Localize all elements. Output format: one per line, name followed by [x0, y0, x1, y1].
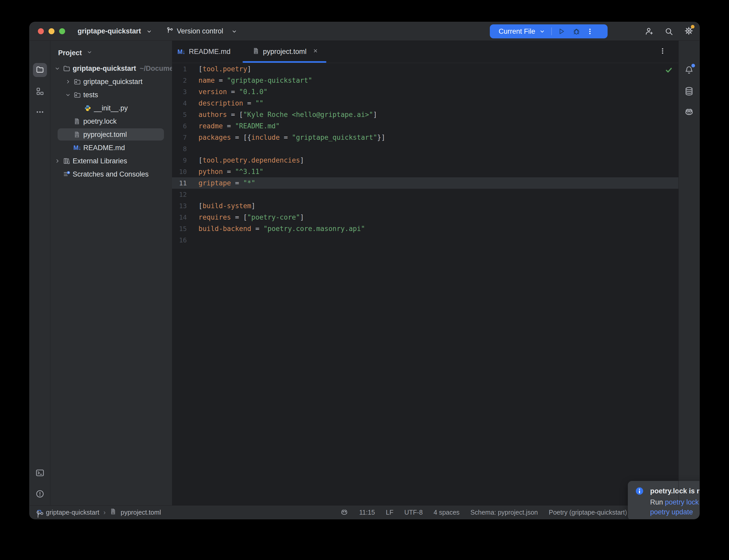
notification-link-poetry-update[interactable]: poetry update	[650, 508, 693, 516]
code-line-13[interactable]: 13[build-system]	[172, 200, 678, 212]
code-line-15[interactable]: 15build-backend = "poetry.core.masonry.a…	[172, 223, 678, 234]
settings-button[interactable]	[684, 26, 694, 37]
run-button[interactable]	[557, 27, 566, 36]
tree-item--init-py[interactable]: __init__.py	[50, 101, 172, 115]
line-number[interactable]: 11	[172, 179, 196, 187]
tab-readme-md[interactable]: M↓README.md	[172, 41, 242, 63]
line-number[interactable]: 4	[172, 100, 196, 107]
project-selector[interactable]: griptape-quickstart	[78, 27, 141, 35]
code-line-3[interactable]: 3version = "0.1.0"	[172, 86, 678, 97]
toml-file-icon: [T]	[73, 131, 80, 138]
tree-item-label: griptape_quickstart	[83, 78, 142, 86]
tree-item-tests[interactable]: tests	[50, 88, 172, 101]
minimize-window-button[interactable]	[48, 28, 54, 34]
code-line-9[interactable]: 9[tool.poetry.dependencies]	[172, 155, 678, 166]
status-encoding[interactable]: UTF-8	[404, 509, 423, 516]
line-number[interactable]: 6	[172, 122, 196, 130]
chevron-down-icon	[231, 28, 238, 35]
line-number[interactable]: 14	[172, 214, 196, 221]
code-line-5[interactable]: 5authors = ["Kyle Roche <hello@griptape.…	[172, 109, 678, 120]
code-line-12[interactable]: 12	[172, 189, 678, 200]
tree-item-external-libraries[interactable]: External Libraries	[50, 154, 172, 167]
status-indent[interactable]: 4 spaces	[434, 509, 460, 516]
line-number[interactable]: 9	[172, 157, 196, 164]
close-tab-icon[interactable]	[312, 48, 318, 56]
git-tool-button[interactable]	[35, 510, 45, 519]
markdown-icon: M↓	[73, 144, 81, 151]
problems-tool-button[interactable]	[35, 489, 45, 499]
code-text: [tool.poetry.dependencies]	[196, 156, 304, 164]
code-line-14[interactable]: 14requires = ["poetry-core"]	[172, 212, 678, 223]
code-line-10[interactable]: 10python = "^3.11"	[172, 166, 678, 177]
chevron-down-icon[interactable]	[54, 65, 61, 72]
tree-item-pyproject-toml[interactable]: [T]pyproject.toml	[50, 128, 172, 141]
terminal-tool-button[interactable]	[35, 468, 45, 478]
copilot-status-icon[interactable]	[340, 508, 348, 516]
tree-item-griptape-quickstart[interactable]: griptape_quickstart	[50, 75, 172, 88]
line-number[interactable]: 12	[172, 191, 196, 198]
more-run-options-button[interactable]	[586, 27, 594, 35]
breadcrumb-project[interactable]: griptape-quickstart	[46, 509, 99, 516]
debug-button[interactable]	[572, 27, 581, 36]
chevron-down-icon[interactable]	[65, 92, 71, 98]
chevron-down-icon	[539, 28, 546, 35]
ai-assistant-tool-button[interactable]	[684, 107, 694, 117]
tree-item-readme-md[interactable]: M↓README.md	[50, 141, 172, 154]
more-tool-windows-button[interactable]	[36, 108, 44, 116]
vcs-label: Version control	[177, 27, 223, 35]
breadcrumb-file[interactable]: pyproject.toml	[121, 509, 161, 516]
zoom-window-button[interactable]	[59, 28, 65, 34]
inspections-passed-icon[interactable]	[665, 66, 673, 75]
add-user-button[interactable]	[644, 27, 654, 36]
svg-text:[T]: [T]	[111, 511, 115, 514]
run-config-label: Current File	[499, 27, 535, 36]
code-text: readme = "README.md"	[196, 122, 280, 130]
project-panel-title: Project	[58, 49, 82, 57]
code-text: description = ""	[196, 99, 263, 107]
project-panel-header[interactable]: Project	[50, 41, 172, 62]
code-line-4[interactable]: 4description = ""	[172, 97, 678, 109]
notification-body-line2: poetry update	[650, 508, 693, 516]
active-tab-underline	[242, 61, 326, 63]
status-caret-position[interactable]: 11:15	[359, 509, 375, 516]
tab-options-button[interactable]	[659, 47, 667, 57]
project-tool-button[interactable]	[33, 63, 47, 77]
tree-item-poetry-lock[interactable]: [T]poetry.lock	[50, 115, 172, 128]
close-window-button[interactable]	[38, 28, 44, 34]
code-line-1[interactable]: 1[tool.poetry]	[172, 63, 678, 75]
code-line-11[interactable]: 11griptape = "*"	[172, 177, 678, 189]
tree-item-label: pyproject.toml	[83, 130, 127, 138]
svg-text:[T]: [T]	[254, 51, 258, 53]
chevron-right-icon[interactable]	[65, 78, 71, 85]
line-number[interactable]: 16	[172, 236, 196, 244]
tree-item-griptape-quickstart[interactable]: griptape-quickstart~/Docume	[50, 62, 172, 75]
line-number[interactable]: 8	[172, 145, 196, 153]
line-number[interactable]: 15	[172, 225, 196, 233]
notifications-button[interactable]	[684, 65, 694, 76]
code-line-2[interactable]: 2name = "griptape-quickstart"	[172, 75, 678, 86]
line-number[interactable]: 5	[172, 111, 196, 118]
search-everywhere-button[interactable]	[664, 27, 674, 36]
main-area: Project griptape-quickstart~/Documegript…	[30, 41, 699, 505]
line-number[interactable]: 2	[172, 77, 196, 84]
chevron-right-icon[interactable]	[54, 158, 61, 164]
database-tool-button[interactable]	[684, 86, 694, 96]
line-number[interactable]: 13	[172, 202, 196, 210]
code-line-6[interactable]: 6readme = "README.md"	[172, 120, 678, 132]
structure-tool-button[interactable]	[36, 87, 44, 96]
tab-pyproject-toml[interactable]: [T]pyproject.toml	[242, 41, 326, 63]
run-configuration-pill[interactable]: Current File	[490, 24, 608, 38]
code-line-8[interactable]: 8	[172, 143, 678, 155]
status-line-separator[interactable]: LF	[386, 509, 393, 516]
line-number[interactable]: 10	[172, 168, 196, 176]
status-schema[interactable]: Schema: pyproject.json	[470, 509, 538, 516]
folder-pkg-icon	[73, 78, 81, 86]
line-number[interactable]: 1	[172, 65, 196, 73]
code-line-7[interactable]: 7packages = [{include = "griptape_quicks…	[172, 132, 678, 143]
tree-item-scratches-and-consoles[interactable]: Scratches and Consoles	[50, 167, 172, 181]
line-number[interactable]: 7	[172, 134, 196, 141]
line-number[interactable]: 3	[172, 88, 196, 96]
code-line-16[interactable]: 16	[172, 234, 678, 246]
vcs-widget[interactable]: Version control	[166, 26, 238, 36]
code-editor[interactable]: 1[tool.poetry]2name = "griptape-quicksta…	[172, 63, 678, 505]
